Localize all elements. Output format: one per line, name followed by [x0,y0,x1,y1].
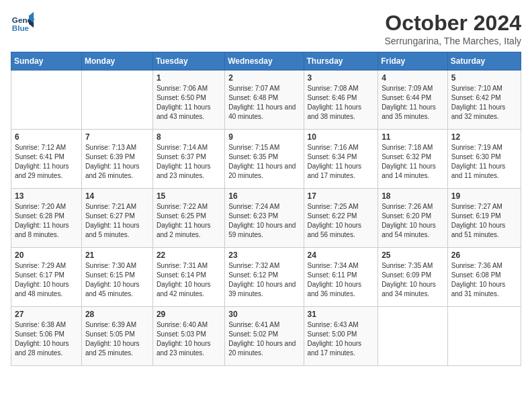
calendar-cell: 16Sunrise: 7:24 AM Sunset: 6:23 PM Dayli… [225,189,304,248]
day-info: Sunrise: 7:10 AM Sunset: 6:42 PM Dayligh… [451,84,517,122]
calendar-cell: 30Sunrise: 6:41 AM Sunset: 5:02 PM Dayli… [225,307,304,366]
weekday-header-tuesday: Tuesday [152,52,224,71]
calendar-cell: 12Sunrise: 7:19 AM Sunset: 6:30 PM Dayli… [447,130,521,189]
day-number: 18 [382,191,444,201]
calendar-cell: 21Sunrise: 7:30 AM Sunset: 6:15 PM Dayli… [81,248,152,307]
day-number: 17 [308,191,375,201]
day-number: 31 [308,310,375,319]
day-info: Sunrise: 7:27 AM Sunset: 6:19 PM Dayligh… [451,202,517,240]
day-info: Sunrise: 7:29 AM Sunset: 6:17 PM Dayligh… [15,261,78,299]
location-subtitle: Serrungarina, The Marches, Italy [384,36,521,46]
day-number: 22 [157,250,221,260]
calendar-cell: 27Sunrise: 6:38 AM Sunset: 5:06 PM Dayli… [11,307,82,366]
calendar-cell: 2Sunrise: 7:07 AM Sunset: 6:48 PM Daylig… [225,71,304,130]
calendar-cell: 9Sunrise: 7:15 AM Sunset: 6:35 PM Daylig… [225,130,304,189]
calendar-cell: 25Sunrise: 7:35 AM Sunset: 6:09 PM Dayli… [378,248,448,307]
day-info: Sunrise: 7:31 AM Sunset: 6:14 PM Dayligh… [157,261,221,299]
calendar-cell: 14Sunrise: 7:21 AM Sunset: 6:27 PM Dayli… [81,189,152,248]
calendar-week-row: 27Sunrise: 6:38 AM Sunset: 5:06 PM Dayli… [11,307,521,366]
day-info: Sunrise: 7:26 AM Sunset: 6:20 PM Dayligh… [382,202,444,240]
day-info: Sunrise: 7:21 AM Sunset: 6:27 PM Dayligh… [85,202,149,240]
day-info: Sunrise: 7:09 AM Sunset: 6:44 PM Dayligh… [382,84,444,122]
day-info: Sunrise: 7:20 AM Sunset: 6:28 PM Dayligh… [15,202,78,240]
day-info: Sunrise: 7:19 AM Sunset: 6:30 PM Dayligh… [451,143,517,181]
page-header: General Blue October 2024 Serrungarina, … [11,11,521,46]
day-info: Sunrise: 7:24 AM Sunset: 6:23 PM Dayligh… [228,202,300,240]
day-info: Sunrise: 7:08 AM Sunset: 6:46 PM Dayligh… [308,84,375,122]
day-number: 23 [228,250,300,260]
title-block: October 2024 Serrungarina, The Marches, … [384,11,521,46]
day-info: Sunrise: 7:34 AM Sunset: 6:11 PM Dayligh… [308,261,375,299]
calendar-cell: 7Sunrise: 7:13 AM Sunset: 6:39 PM Daylig… [81,130,152,189]
day-number: 28 [85,310,149,319]
day-number: 16 [228,191,300,201]
calendar-cell: 24Sunrise: 7:34 AM Sunset: 6:11 PM Dayli… [304,248,378,307]
day-info: Sunrise: 7:12 AM Sunset: 6:41 PM Dayligh… [15,143,78,181]
calendar-cell: 17Sunrise: 7:25 AM Sunset: 6:22 PM Dayli… [304,189,378,248]
day-number: 2 [228,73,300,83]
calendar-cell: 13Sunrise: 7:20 AM Sunset: 6:28 PM Dayli… [11,189,82,248]
weekday-header-thursday: Thursday [304,52,378,71]
day-info: Sunrise: 7:30 AM Sunset: 6:15 PM Dayligh… [85,261,149,299]
calendar-week-row: 20Sunrise: 7:29 AM Sunset: 6:17 PM Dayli… [11,248,521,307]
calendar-cell [447,307,521,366]
day-number: 20 [15,250,78,260]
day-number: 13 [15,191,78,201]
day-number: 7 [85,132,149,142]
calendar-cell: 6Sunrise: 7:12 AM Sunset: 6:41 PM Daylig… [11,130,82,189]
weekday-header-saturday: Saturday [447,52,521,71]
calendar-cell: 8Sunrise: 7:14 AM Sunset: 6:37 PM Daylig… [152,130,224,189]
calendar-week-row: 13Sunrise: 7:20 AM Sunset: 6:28 PM Dayli… [11,189,521,248]
day-number: 25 [382,250,444,260]
weekday-header-sunday: Sunday [11,52,82,71]
calendar-header-row: SundayMondayTuesdayWednesdayThursdayFrid… [11,52,521,71]
calendar-cell: 5Sunrise: 7:10 AM Sunset: 6:42 PM Daylig… [447,71,521,130]
day-number: 10 [308,132,375,142]
day-number: 21 [85,250,149,260]
calendar-cell [378,307,448,366]
day-info: Sunrise: 7:35 AM Sunset: 6:09 PM Dayligh… [382,261,444,299]
day-number: 5 [451,73,517,83]
day-number: 30 [228,310,300,319]
day-number: 15 [157,191,221,201]
day-info: Sunrise: 7:32 AM Sunset: 6:12 PM Dayligh… [228,261,300,299]
day-number: 19 [451,191,517,201]
calendar-cell: 10Sunrise: 7:16 AM Sunset: 6:34 PM Dayli… [304,130,378,189]
calendar-cell: 23Sunrise: 7:32 AM Sunset: 6:12 PM Dayli… [225,248,304,307]
day-number: 24 [308,250,375,260]
day-info: Sunrise: 6:43 AM Sunset: 5:00 PM Dayligh… [308,320,375,358]
day-number: 11 [382,132,444,142]
calendar-cell: 28Sunrise: 6:39 AM Sunset: 5:05 PM Dayli… [81,307,152,366]
calendar-cell: 11Sunrise: 7:18 AM Sunset: 6:32 PM Dayli… [378,130,448,189]
calendar-cell: 26Sunrise: 7:36 AM Sunset: 6:08 PM Dayli… [447,248,521,307]
month-title: October 2024 [384,11,521,36]
day-number: 27 [15,310,78,319]
calendar-week-row: 1Sunrise: 7:06 AM Sunset: 6:50 PM Daylig… [11,71,521,130]
day-info: Sunrise: 7:07 AM Sunset: 6:48 PM Dayligh… [228,84,300,122]
calendar-cell: 4Sunrise: 7:09 AM Sunset: 6:44 PM Daylig… [378,71,448,130]
day-info: Sunrise: 7:25 AM Sunset: 6:22 PM Dayligh… [308,202,375,240]
calendar-table: SundayMondayTuesdayWednesdayThursdayFrid… [11,52,521,366]
calendar-cell: 3Sunrise: 7:08 AM Sunset: 6:46 PM Daylig… [304,71,378,130]
calendar-cell: 19Sunrise: 7:27 AM Sunset: 6:19 PM Dayli… [447,189,521,248]
calendar-cell: 20Sunrise: 7:29 AM Sunset: 6:17 PM Dayli… [11,248,82,307]
day-number: 1 [157,73,221,83]
calendar-cell: 1Sunrise: 7:06 AM Sunset: 6:50 PM Daylig… [152,71,224,130]
day-number: 4 [382,73,444,83]
day-info: Sunrise: 7:22 AM Sunset: 6:25 PM Dayligh… [157,202,221,240]
day-info: Sunrise: 7:15 AM Sunset: 6:35 PM Dayligh… [228,143,300,181]
calendar-cell: 29Sunrise: 6:40 AM Sunset: 5:03 PM Dayli… [152,307,224,366]
day-info: Sunrise: 7:06 AM Sunset: 6:50 PM Dayligh… [157,84,221,122]
weekday-header-monday: Monday [81,52,152,71]
day-number: 12 [451,132,517,142]
weekday-header-wednesday: Wednesday [225,52,304,71]
day-number: 9 [228,132,300,142]
day-info: Sunrise: 6:41 AM Sunset: 5:02 PM Dayligh… [228,320,300,358]
day-info: Sunrise: 7:16 AM Sunset: 6:34 PM Dayligh… [308,143,375,181]
calendar-week-row: 6Sunrise: 7:12 AM Sunset: 6:41 PM Daylig… [11,130,521,189]
day-number: 3 [308,73,375,83]
calendar-cell [11,71,82,130]
day-number: 8 [157,132,221,142]
day-number: 29 [157,310,221,319]
weekday-header-friday: Friday [378,52,448,71]
